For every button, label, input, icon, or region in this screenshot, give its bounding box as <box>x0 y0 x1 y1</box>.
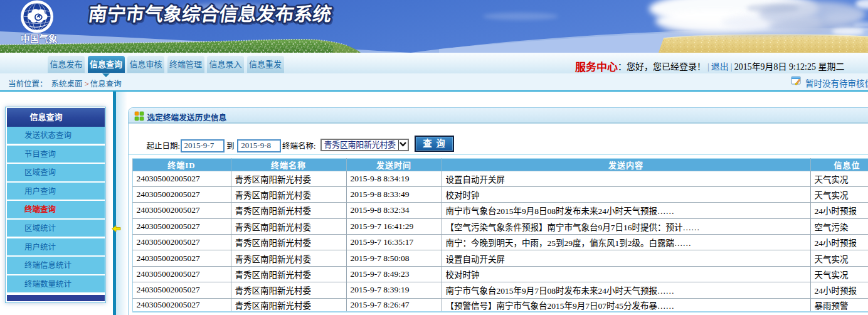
svg-text:中国气象: 中国气象 <box>21 33 58 44</box>
svg-text:南宁市气象综合信息发布系统: 南宁市气象综合信息发布系统 <box>87 4 333 25</box>
